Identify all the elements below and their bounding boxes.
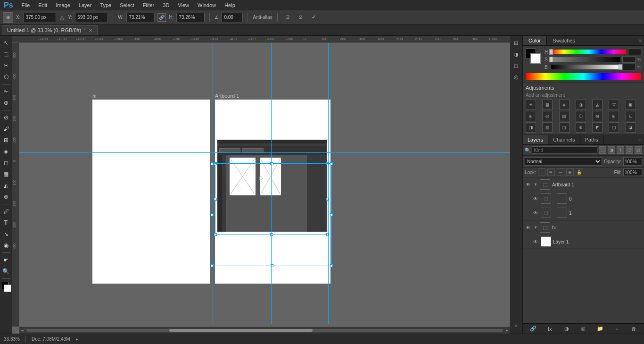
- lock-paintable-btn[interactable]: ✏: [547, 168, 555, 176]
- selective-color-adj-btn[interactable]: ▨: [542, 122, 553, 133]
- h-scrollbar-thumb[interactable]: [169, 329, 312, 332]
- menu-help[interactable]: Help: [221, 1, 239, 9]
- adjustments-menu[interactable]: ≡: [638, 85, 641, 91]
- crop-tool[interactable]: ✁: [1, 86, 11, 97]
- adjust-filter-btn[interactable]: ◑: [608, 146, 615, 154]
- lock-position-btn[interactable]: ↔: [557, 168, 564, 176]
- close-tab-btn[interactable]: ✕: [89, 28, 92, 33]
- panel-collapse-icon[interactable]: ≡: [511, 321, 521, 332]
- slice-tool[interactable]: ⊕: [1, 98, 11, 108]
- foreground-background-colors[interactable]: [1, 282, 11, 292]
- fg-bg-swatch[interactable]: [526, 49, 541, 64]
- layers-search-input[interactable]: [532, 146, 597, 154]
- layer-1-hi-item[interactable]: 👁 Layer 1: [523, 235, 644, 249]
- s-value[interactable]: [622, 56, 636, 63]
- layer-fx-btn[interactable]: fx: [545, 325, 554, 333]
- layer-delete-btn[interactable]: 🗑: [629, 325, 638, 333]
- menu-type[interactable]: Type: [96, 1, 115, 9]
- hi-visibility[interactable]: 👁: [525, 224, 531, 231]
- h-slider-track[interactable]: [551, 50, 626, 54]
- color-lookup-adj-btn[interactable]: ⬡: [576, 111, 586, 121]
- b-slider-track[interactable]: [551, 65, 620, 69]
- bw-adj-btn[interactable]: ⊞: [526, 111, 536, 121]
- styles-panel-icon[interactable]: ◻: [511, 60, 521, 71]
- layer-new-btn[interactable]: +: [613, 325, 621, 333]
- h-input[interactable]: [176, 13, 205, 22]
- type-filter-btn[interactable]: T: [617, 146, 624, 154]
- strokes-adj-btn[interactable]: ◫: [609, 122, 619, 133]
- canvas-area[interactable]: hi Artboard 1: [19, 43, 510, 324]
- solids-adj-btn[interactable]: ◩: [592, 122, 603, 133]
- pixel-filter-btn[interactable]: ⬚: [599, 146, 606, 154]
- opacity-input[interactable]: [623, 157, 642, 166]
- brush-tool[interactable]: 🖌: [1, 124, 11, 134]
- transform-style-btn[interactable]: ⊕: [3, 12, 13, 23]
- menu-layer[interactable]: Layer: [75, 1, 96, 9]
- info-panel-icon[interactable]: ◎: [511, 72, 521, 82]
- paths-tab[interactable]: Paths: [580, 135, 603, 144]
- color-tab[interactable]: Color: [523, 36, 547, 45]
- fill-input[interactable]: [623, 168, 642, 176]
- healing-tool[interactable]: ⊘: [1, 112, 11, 123]
- patterns-adj-btn[interactable]: ◫: [559, 122, 570, 133]
- menu-edit[interactable]: Edit: [34, 1, 51, 9]
- type-tool[interactable]: T: [1, 218, 11, 228]
- adjustments-panel-icon[interactable]: ◑: [511, 49, 521, 59]
- artboard-hi[interactable]: [92, 100, 210, 284]
- move-tool[interactable]: ↖: [1, 38, 11, 48]
- menu-select[interactable]: Select: [116, 1, 138, 9]
- layers-tab[interactable]: Layers: [523, 135, 548, 144]
- blend-mode-select[interactable]: Normal: [525, 157, 602, 166]
- lock-pixels-btn[interactable]: ⬚: [538, 168, 545, 176]
- menu-3d[interactable]: 3D: [159, 1, 173, 9]
- vibrance-adj-btn[interactable]: ◭: [592, 100, 603, 110]
- posterize-adj-btn[interactable]: ⊞: [609, 111, 619, 121]
- artboard-1-expand[interactable]: ▼: [533, 182, 538, 187]
- layer-mask-btn[interactable]: ◑: [562, 325, 571, 333]
- hand-tool[interactable]: ☛: [1, 255, 11, 265]
- layers-panel-icon[interactable]: ⊞: [511, 38, 521, 48]
- menu-view[interactable]: View: [174, 1, 193, 9]
- path-tool[interactable]: ↘: [1, 229, 11, 239]
- blur-tool[interactable]: ◭: [1, 180, 11, 191]
- warp-icon[interactable]: ⊡: [282, 12, 293, 23]
- exposure-adj-btn[interactable]: ◑: [576, 100, 586, 110]
- artboard-1-visibility[interactable]: 👁: [525, 181, 531, 188]
- menu-window[interactable]: Window: [194, 1, 220, 9]
- brightness-adj-btn[interactable]: ☀: [526, 100, 536, 110]
- invert-adj-btn[interactable]: ⊠: [592, 111, 603, 121]
- b-value[interactable]: [622, 64, 636, 70]
- layer-0-visibility[interactable]: 👁: [532, 195, 539, 202]
- dodge-tool[interactable]: ⊛: [1, 192, 11, 202]
- canvas-container[interactable]: -1400 -1300 -1200 -1100 -1000 -900 -800 …: [12, 36, 510, 334]
- layer-link-btn[interactable]: 🔗: [529, 325, 537, 333]
- commit-transform-btn[interactable]: ✓: [309, 12, 319, 23]
- menu-image[interactable]: Image: [52, 1, 74, 9]
- gradient-tool[interactable]: ▦: [1, 169, 11, 179]
- history-tool[interactable]: ◈: [1, 146, 11, 157]
- shadows-adj-btn[interactable]: ⊛: [576, 122, 586, 133]
- background-color[interactable]: [4, 285, 11, 292]
- color-panel-menu[interactable]: ≡: [637, 36, 644, 45]
- layer-1-visibility[interactable]: 👁: [532, 210, 539, 216]
- hi-expand[interactable]: ▼: [533, 225, 538, 230]
- shape-filter-btn[interactable]: ⬡: [626, 146, 633, 154]
- status-arrow[interactable]: ▸: [76, 336, 78, 342]
- x-input[interactable]: [23, 13, 56, 22]
- layers-panel-menu[interactable]: ≡: [636, 135, 644, 144]
- layer-0-item[interactable]: 👁 ⬚ 0: [523, 192, 644, 206]
- eraser-tool[interactable]: ◻: [1, 158, 11, 168]
- layer-new-adj-btn[interactable]: ◎: [579, 325, 587, 333]
- lasso-tool[interactable]: ✂: [1, 60, 11, 71]
- shape-tool[interactable]: ◉: [1, 240, 11, 251]
- layer-1-item[interactable]: 👁 ⬚ 1: [523, 206, 644, 220]
- swatches-tab[interactable]: Swatches: [547, 36, 581, 45]
- pen-tool[interactable]: 🖊: [1, 206, 11, 217]
- document-tab[interactable]: Untitled-1 @ 33.3% (0, RGB/8#) * ✕: [2, 25, 98, 35]
- gradient-map-adj-btn[interactable]: ◨: [526, 122, 536, 133]
- w-input[interactable]: [126, 13, 155, 22]
- hsl-adj-btn[interactable]: ▽: [609, 100, 619, 110]
- hi-layer-item[interactable]: 👁 ▼ ⬚ hi: [523, 220, 644, 235]
- menu-file[interactable]: File: [18, 1, 34, 9]
- clone-tool[interactable]: ⊞: [1, 135, 11, 145]
